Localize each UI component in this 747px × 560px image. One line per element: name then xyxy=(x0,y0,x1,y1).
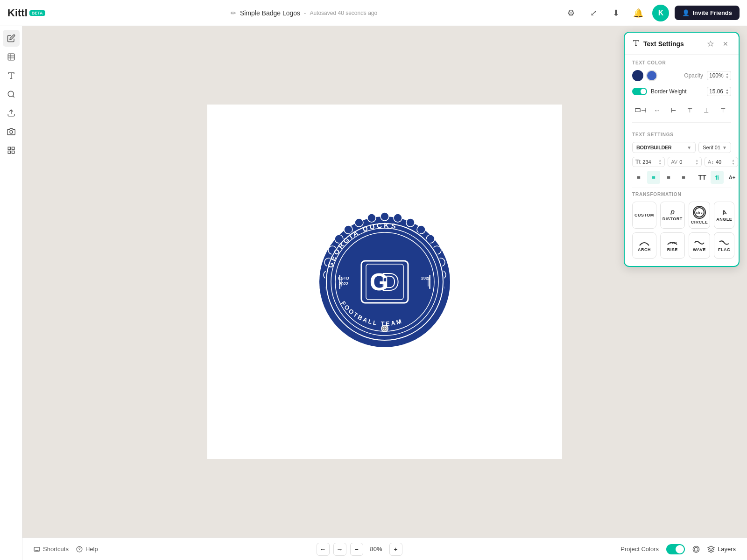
layers-button[interactable]: Layers xyxy=(707,546,736,553)
separator: - xyxy=(304,9,306,16)
font-size-down[interactable]: ▼ xyxy=(658,162,662,165)
border-weight-row: Border Weight 15.06 ▲ ▼ xyxy=(632,87,731,96)
font-size-value[interactable]: 234 xyxy=(642,159,656,165)
letter-spacing-value[interactable]: 0 xyxy=(679,159,693,165)
bold-btn[interactable]: TT xyxy=(696,171,709,184)
line-height-down[interactable]: ▼ xyxy=(732,162,735,165)
transform-custom[interactable]: CUSTOM xyxy=(632,202,656,229)
sidebar-item-layers[interactable] xyxy=(3,49,20,65)
svg-rect-0 xyxy=(8,54,14,60)
font-size-up[interactable]: ▲ xyxy=(658,159,662,162)
align-left-edge[interactable]: ⊣ xyxy=(634,104,647,117)
left-sidebar xyxy=(0,26,22,560)
transform-distort[interactable]: D DISTORT xyxy=(660,202,685,229)
share-button[interactable]: ⤢ xyxy=(585,5,602,21)
svg-rect-49 xyxy=(341,277,342,287)
transform-arch[interactable]: ARCH xyxy=(632,232,656,259)
opacity-input[interactable]: 100% ▲ ▼ xyxy=(707,71,731,80)
pin-button[interactable] xyxy=(705,38,716,49)
font-name: BODYBUILDER xyxy=(636,145,671,150)
letter-spacing-up[interactable]: ▲ xyxy=(695,159,698,162)
sidebar-item-text[interactable] xyxy=(3,67,20,84)
transform-flag[interactable]: FLAG xyxy=(714,232,734,259)
zoom-value[interactable]: 80% xyxy=(367,546,386,553)
line-height-value[interactable]: 40 xyxy=(716,159,730,165)
letter-spacing-group: AV 0 ▲ ▼ xyxy=(668,157,702,167)
svg-rect-51 xyxy=(428,277,429,287)
svg-marker-72 xyxy=(708,546,714,549)
transform-wave[interactable]: WAVE xyxy=(689,232,711,259)
download-button[interactable]: ⬇ xyxy=(607,5,624,21)
align-horizontal-center[interactable]: ↔ xyxy=(650,104,663,117)
ligatures-btn[interactable]: fi xyxy=(711,171,724,184)
sidebar-item-camera[interactable] xyxy=(3,123,20,140)
help-label: Help xyxy=(85,546,98,553)
shortcuts-button[interactable]: Shortcuts xyxy=(34,546,69,553)
sidebar-item-grid[interactable] xyxy=(3,142,20,159)
align-right-btn[interactable]: ≡ xyxy=(662,171,675,184)
text-settings-section: TEXT SETTINGS BODYBUILDER ▼ Serif 01 ▼ T… xyxy=(625,126,739,184)
opacity-down[interactable]: ▼ xyxy=(726,76,729,79)
font-dropdown-icon: ▼ xyxy=(687,145,691,150)
align-left-btn[interactable]: ≡ xyxy=(632,171,645,184)
zoom-in-button[interactable]: + xyxy=(389,543,402,556)
panel-header-icons: ✕ xyxy=(705,38,731,49)
topbar-right: ⚙ ⤢ ⬇ 🔔 K 👤 Invite Friends xyxy=(563,5,740,21)
color-swatch-dark[interactable] xyxy=(632,70,643,81)
sidebar-item-search[interactable] xyxy=(3,86,20,103)
invite-friends-button[interactable]: 👤 Invite Friends xyxy=(675,6,740,20)
sidebar-item-edit[interactable] xyxy=(3,30,20,47)
border-weight-down[interactable]: ▼ xyxy=(726,91,729,95)
logo: Kittl BETA xyxy=(7,7,45,19)
project-colors-toggle[interactable] xyxy=(666,544,685,554)
help-button[interactable]: Help xyxy=(76,546,98,553)
align-vertical-center[interactable]: ⊥ xyxy=(700,104,713,117)
panel-title-group: Text Settings xyxy=(632,39,684,49)
transform-rise[interactable]: rise RISE xyxy=(660,232,685,259)
transform-angle[interactable]: A ANGLE xyxy=(714,202,734,229)
svg-point-38 xyxy=(367,214,376,222)
canvas[interactable]: GEORGIA DUCKS FOOTBALL TEAM ESTD 2022 20… xyxy=(207,105,562,459)
align-right-edge[interactable]: ⊢ xyxy=(667,104,680,117)
align-bottom[interactable]: ⊤ xyxy=(716,104,729,117)
color-swatches xyxy=(632,70,657,81)
invite-icon: 👤 xyxy=(682,9,690,16)
text-color-section: TEXT COLOR Opacity 100% ▲ ▼ xyxy=(625,55,739,119)
font-selector[interactable]: BODYBUILDER ▼ xyxy=(632,142,696,153)
settings-button[interactable]: ⚙ xyxy=(563,5,579,21)
transform-angle-label: ANGLE xyxy=(716,217,732,222)
border-weight-input[interactable]: 15.06 ▲ ▼ xyxy=(707,87,731,96)
autosaved-text: Autosaved 40 seconds ago xyxy=(310,10,377,16)
bottom-bar: Shortcuts Help ← → − 80% + Project Color… xyxy=(22,538,747,560)
circle-visual: circ xyxy=(693,206,706,219)
border-weight-up[interactable]: ▲ xyxy=(726,88,729,91)
align-top[interactable]: ⊤ xyxy=(684,104,697,117)
avatar[interactable]: K xyxy=(652,5,669,21)
opacity-up[interactable]: ▲ xyxy=(726,72,729,76)
transform-circle[interactable]: circ CIRCLE xyxy=(689,202,711,229)
font-style-selector[interactable]: Serif 01 ▼ xyxy=(698,142,731,153)
font-size-icon: Tt xyxy=(635,159,641,165)
line-height-group: A↕ 40 ▲ ▼ xyxy=(705,157,738,167)
project-name[interactable]: Simple Badge Logos xyxy=(240,9,300,17)
zoom-out-button[interactable]: − xyxy=(350,543,363,556)
color-palette-button[interactable] xyxy=(692,546,700,553)
letter-spacing-down[interactable]: ▼ xyxy=(695,162,698,165)
flag-visual xyxy=(719,239,730,246)
opacity-label: Opacity xyxy=(684,72,703,79)
color-swatch-blue[interactable] xyxy=(646,70,657,81)
align-center-btn[interactable]: ≡ xyxy=(647,171,660,184)
border-toggle-switch[interactable] xyxy=(632,88,647,95)
close-button[interactable]: ✕ xyxy=(720,38,731,49)
case-btn[interactable]: A+ xyxy=(726,171,739,184)
sidebar-item-upload[interactable] xyxy=(3,105,20,121)
notifications-button[interactable]: 🔔 xyxy=(630,5,647,21)
zoom-fit-right[interactable]: → xyxy=(333,543,346,556)
zoom-fit-left[interactable]: ← xyxy=(317,543,330,556)
justify-btn[interactable]: ≡ xyxy=(677,171,690,184)
rise-visual: rise xyxy=(667,239,678,246)
text-settings-label: TEXT SETTINGS xyxy=(632,132,731,137)
font-style-label: Serif 01 xyxy=(703,145,720,150)
line-height-up[interactable]: ▲ xyxy=(732,159,735,162)
svg-rect-48 xyxy=(339,275,340,289)
